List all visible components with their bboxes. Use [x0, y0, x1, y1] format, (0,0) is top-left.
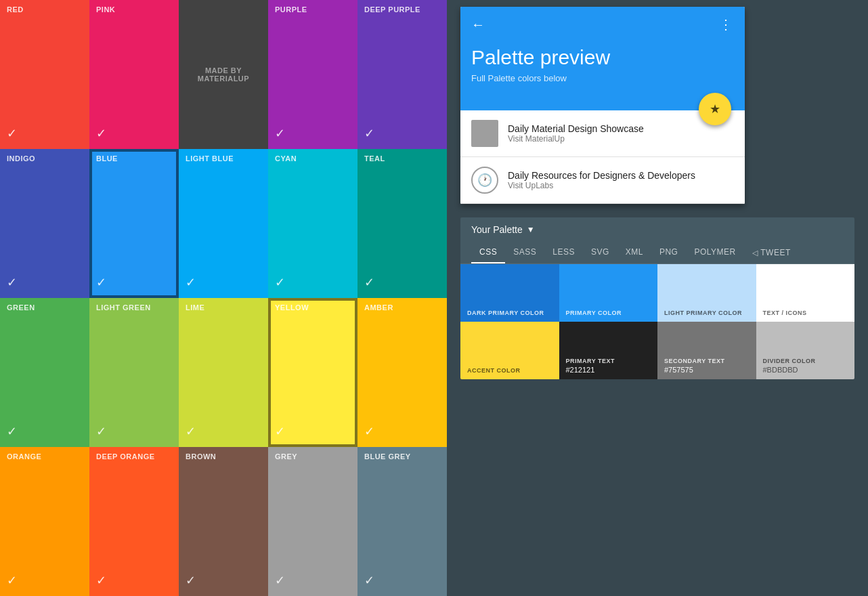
color-swatch-indigo[interactable]: INDIGO✓: [0, 149, 89, 298]
tweet-icon: ◁: [752, 249, 758, 257]
color-swatch-amber[interactable]: AMBER✓: [357, 298, 447, 447]
list-item-icon-uplabs: 🕐: [471, 167, 498, 194]
swatch-checkmark: ✓: [96, 126, 106, 141]
palette-color-label: DARK PRIMARY COLOR: [467, 310, 552, 316]
swatch-label: LIGHT BLUE: [186, 154, 261, 163]
color-swatch-brown[interactable]: BROWN✓: [179, 447, 268, 596]
palette-color-divider-color: DIVIDER COLOR#BDBDBD: [756, 322, 855, 379]
palette-tab-less[interactable]: LESS: [544, 242, 583, 263]
list-item-primary: Daily Material Design Showcase: [508, 123, 644, 134]
color-swatch-red[interactable]: RED✓: [0, 0, 89, 149]
swatch-checkmark: ✓: [96, 275, 106, 290]
swatch-checkmark: ✓: [7, 573, 17, 588]
palette-color-primary-text: PRIMARY TEXT#212121: [559, 322, 658, 379]
palette-section: Your Palette ▼ CSSSASSLESSSVGXMLPNGPOLYM…: [460, 217, 854, 379]
color-swatch-purple[interactable]: PURPLE✓: [268, 0, 357, 149]
color-swatch-light-green[interactable]: LIGHT GREEN✓: [89, 298, 179, 447]
swatch-label: PINK: [96, 5, 172, 14]
color-swatch-light-blue[interactable]: LIGHT BLUE✓: [179, 149, 268, 298]
preview-card: ← ⋮ Palette preview Full Palette colors …: [460, 7, 745, 204]
swatch-label: YELLOW: [275, 303, 351, 312]
palette-color-hex: #212121: [566, 366, 651, 374]
color-swatch-blue-grey[interactable]: BLUE GREY✓: [357, 447, 447, 596]
color-swatch-pink[interactable]: PINK✓: [89, 0, 179, 149]
color-swatch-cyan[interactable]: CYAN✓: [268, 149, 357, 298]
color-swatch-made_by[interactable]: MADE BYMATERIALUP: [179, 0, 268, 149]
color-swatch-yellow[interactable]: YELLOW✓: [268, 298, 357, 447]
color-swatch-deep-purple[interactable]: DEEP PURPLE✓: [357, 0, 447, 149]
swatch-checkmark: ✓: [364, 275, 374, 290]
palette-dropdown-icon[interactable]: ▼: [527, 225, 535, 234]
color-swatch-deep-orange[interactable]: DEEP ORANGE✓: [89, 447, 179, 596]
swatch-checkmark: ✓: [275, 126, 285, 141]
swatch-checkmark: ✓: [364, 126, 374, 141]
palette-color-hex: #BDBDBD: [763, 366, 848, 374]
swatch-checkmark: ✓: [275, 424, 285, 439]
list-item: 🕐 Daily Resources for Designers & Develo…: [460, 157, 745, 204]
list-item-secondary: Visit UpLabs: [508, 181, 695, 190]
palette-color-dark-primary-color: DARK PRIMARY COLOR: [460, 264, 559, 322]
fab-icon: ★: [710, 102, 720, 116]
palette-header: Your Palette ▼: [460, 217, 854, 242]
swatch-label: GREEN: [7, 303, 83, 312]
palette-color-label: PRIMARY TEXT: [566, 358, 651, 364]
swatch-checkmark: ✓: [7, 275, 17, 290]
color-swatch-blue[interactable]: BLUE✓: [89, 149, 179, 298]
swatch-checkmark: ✓: [7, 126, 17, 141]
swatch-checkmark: ✓: [364, 573, 374, 588]
color-swatch-grey[interactable]: GREY✓: [268, 447, 357, 596]
color-swatch-teal[interactable]: TEAL✓: [357, 149, 447, 298]
palette-color-secondary-text: SECONDARY TEXT#757575: [657, 322, 756, 379]
palette-tab-xml[interactable]: XML: [617, 242, 651, 263]
swatch-checkmark: ✓: [186, 275, 196, 290]
palette-color-accent-color: ACCENT COLOR: [460, 322, 559, 379]
right-panel: ← ⋮ Palette preview Full Palette colors …: [447, 0, 868, 596]
swatch-checkmark: ✓: [275, 275, 285, 290]
preview-subtitle: Full Palette colors below: [471, 73, 734, 83]
swatch-checkmark: ✓: [186, 573, 196, 588]
preview-title: Palette preview: [471, 46, 734, 69]
color-swatch-orange[interactable]: ORANGE✓: [0, 447, 89, 596]
palette-color-label: LIGHT PRIMARY COLOR: [664, 310, 750, 316]
list-item-secondary: Visit MaterialUp: [508, 134, 644, 144]
preview-list: Daily Material Design Showcase Visit Mat…: [460, 110, 745, 204]
more-icon[interactable]: ⋮: [719, 16, 734, 33]
palette-tab-sass[interactable]: SASS: [505, 242, 544, 263]
color-swatch-lime[interactable]: LIME✓: [179, 298, 268, 447]
swatch-label: CYAN: [275, 154, 351, 163]
swatch-label: BLUE: [96, 154, 172, 163]
palette-color-label: SECONDARY TEXT: [664, 358, 750, 364]
swatch-label: ORANGE: [7, 452, 83, 461]
swatch-label: LIME: [186, 303, 261, 312]
swatch-checkmark: ✓: [275, 573, 285, 588]
swatch-label: AMBER: [364, 303, 440, 312]
palette-tab-svg[interactable]: SVG: [583, 242, 617, 263]
swatch-label: INDIGO: [7, 154, 83, 163]
back-icon[interactable]: ←: [471, 17, 485, 33]
palette-tabs: CSSSASSLESSSVGXMLPNGPOLYMER◁ TWEET: [460, 242, 854, 264]
swatch-label: GREY: [275, 452, 351, 461]
palette-color-label: TEXT / ICONS: [763, 310, 848, 316]
palette-tab-tweet[interactable]: ◁ TWEET: [744, 242, 799, 263]
swatch-checkmark: ✓: [364, 424, 374, 439]
palette-color-text---icons: TEXT / ICONS: [756, 264, 855, 322]
swatch-checkmark: ✓: [7, 424, 17, 439]
swatch-label: PURPLE: [275, 5, 351, 14]
color-swatch-green[interactable]: GREEN✓: [0, 298, 89, 447]
palette-colors-grid: DARK PRIMARY COLORPRIMARY COLORLIGHT PRI…: [460, 264, 854, 379]
swatch-checkmark: ✓: [186, 424, 196, 439]
palette-tab-css[interactable]: CSS: [471, 242, 505, 263]
swatch-label: BLUE GREY: [364, 452, 440, 461]
swatch-checkmark: ✓: [96, 424, 106, 439]
list-item-primary: Daily Resources for Designers & Develope…: [508, 170, 695, 181]
swatch-label: LIGHT GREEN: [96, 303, 172, 312]
palette-title: Your Palette: [471, 224, 523, 235]
palette-color-label: ACCENT COLOR: [467, 367, 552, 374]
swatch-label: DEEP ORANGE: [96, 452, 172, 461]
fab-button[interactable]: ★: [699, 93, 731, 125]
made-by-text: MADE BYMATERIALUP: [198, 66, 249, 83]
palette-tab-polymer[interactable]: POLYMER: [686, 242, 743, 263]
palette-tab-png[interactable]: PNG: [651, 242, 687, 263]
swatch-label: DEEP PURPLE: [364, 5, 440, 14]
palette-color-label: PRIMARY COLOR: [566, 310, 651, 316]
